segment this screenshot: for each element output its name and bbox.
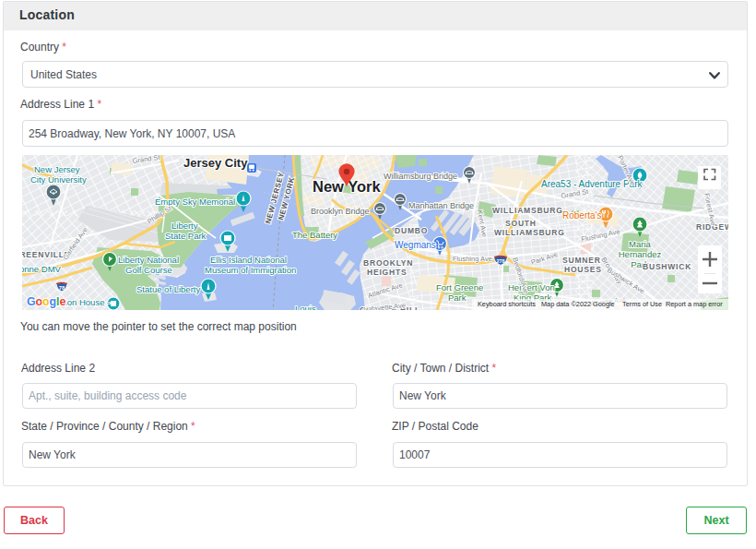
svg-text:Park: Park — [448, 292, 467, 303]
svg-text:Hernandez: Hernandez — [619, 249, 662, 259]
svg-text:SUMNER: SUMNER — [562, 256, 601, 265]
svg-text:Louis: Louis — [295, 304, 316, 310]
svg-text:Roberta's: Roberta's — [562, 210, 602, 221]
svg-text:Fort Greene: Fort Greene — [436, 282, 483, 292]
svg-text:DUMBO: DUMBO — [395, 226, 428, 235]
svg-text:Museum of Immigration: Museum of Immigration — [205, 265, 296, 275]
svg-text:Keyboard shortcuts: Keyboard shortcuts — [478, 300, 536, 308]
svg-text:BUSHWICK: BUSHWICK — [643, 262, 691, 271]
svg-text:BROOKLYN: BROOKLYN — [363, 258, 413, 268]
svg-text:Statue of Liberty: Statue of Liberty — [136, 284, 200, 294]
svg-text:Terms of Use: Terms of Use — [622, 300, 662, 308]
svg-text:78: 78 — [59, 285, 65, 291]
svg-text:SOUTH: SOUTH — [505, 219, 537, 228]
svg-text:Wegmans: Wegmans — [395, 240, 436, 250]
svg-text:Liberty National: Liberty National — [118, 255, 179, 265]
svg-text:Manhattan Bridge: Manhattan Bridge — [408, 201, 474, 210]
svg-text:G: G — [27, 295, 36, 308]
svg-text:City University: City University — [30, 174, 87, 185]
svg-text:HOUSES: HOUSES — [564, 265, 602, 274]
svg-text:Maria: Maria — [629, 239, 651, 249]
svg-text:son House -: son House - — [63, 297, 110, 307]
svg-text:278: 278 — [496, 258, 504, 264]
svg-text:e: e — [60, 295, 66, 308]
svg-text:Map data ©2022 Google: Map data ©2022 Google — [541, 300, 615, 308]
svg-text:WILLIAMSBURG: WILLIAMSBURG — [494, 228, 565, 237]
svg-text:Jersey City: Jersey City — [183, 156, 248, 170]
svg-text:onne DMV: onne DMV — [22, 264, 62, 274]
svg-text:Ellis Island National: Ellis Island National — [210, 255, 287, 265]
svg-text:g: g — [50, 295, 57, 308]
svg-text:WILLIAMSBURG: WILLIAMSBURG — [492, 206, 563, 215]
svg-text:State Park: State Park — [165, 231, 207, 241]
svg-text:Liberty: Liberty — [171, 221, 198, 231]
svg-text:Herbert Von: Herbert Von — [508, 282, 555, 292]
svg-text:Brooklyn Bridge: Brooklyn Bridge — [311, 207, 370, 216]
svg-text:HEIGHTS: HEIGHTS — [367, 268, 407, 277]
svg-text:The Battery: The Battery — [292, 230, 337, 240]
svg-text:New Jersey: New Jersey — [34, 164, 80, 174]
svg-text:Flushing Ave: Flushing Ave — [453, 255, 492, 263]
svg-text:Golf Course: Golf Course — [125, 265, 172, 275]
svg-text:Report a map error: Report a map error — [666, 300, 723, 308]
svg-text:Williamsburg Bridge: Williamsburg Bridge — [384, 172, 457, 181]
